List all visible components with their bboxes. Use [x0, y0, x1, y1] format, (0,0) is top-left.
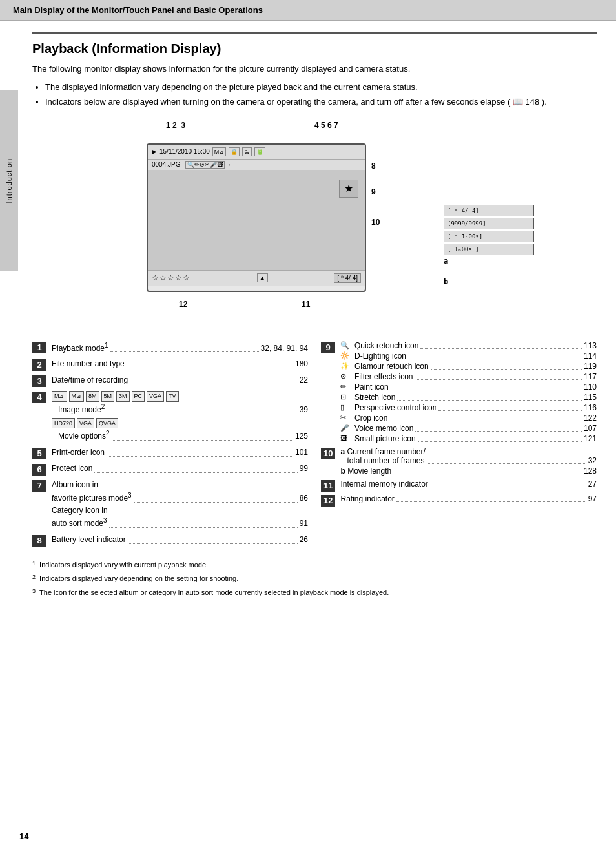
item-10-b-dots [393, 474, 582, 474]
paint-page: 110 [584, 383, 597, 392]
crop-label: Crop icon [354, 414, 387, 423]
item-8-line: Battery level indicator 26 [52, 534, 308, 545]
icon-vga2: VGA [77, 418, 94, 429]
small-pic-page: 121 [584, 434, 597, 443]
diag-label-12: 12 [179, 300, 187, 309]
icon-8m: 8M [86, 391, 99, 402]
item-9-voice-text: Voice memo icon 107 [354, 424, 597, 433]
display-second-row: 0004.JPG 🔍✏⊘✂🎤🖼 ← [148, 160, 365, 170]
file-id: 0004.JPG [152, 161, 180, 168]
item-content-7: Album icon in favorite pictures mode3 86… [52, 479, 308, 530]
item-4-img-line: Image mode2 39 [52, 403, 308, 415]
right-column: 9 🔍 Quick retouch icon 113 🔆 [321, 341, 597, 551]
footnotes: 1 Indicators displayed vary with current… [32, 560, 597, 598]
icon-vga: VGA [147, 391, 164, 402]
item-9-stretch: ⊡ Stretch icon 115 [340, 393, 597, 402]
footnote-1: 1 Indicators displayed vary with current… [32, 560, 597, 571]
item-11-label: Internal memory indicator [340, 479, 427, 488]
display-bottom-row: ☆☆☆☆☆ ▲ [ ᴿ 4/ 4] [148, 270, 365, 286]
left-column: 1 Playback mode1 32, 84, 91, 94 2 File n… [32, 341, 308, 551]
item-1-label: Playback mode1 [52, 341, 108, 354]
arrow-icon: ← [227, 162, 233, 168]
movie-icons: HD720 VGA QVGA [52, 418, 308, 429]
item-5: 5 Print-order icon 101 [32, 447, 308, 459]
dlighting-page: 114 [584, 351, 597, 361]
icon-5m: 5M [101, 391, 115, 402]
quick-retouch-label: Quick retouch icon [354, 341, 418, 350]
item-3: 3 Date/time of recording 22 [32, 375, 308, 387]
item-12-page: 97 [588, 494, 597, 503]
display-body: ★ [148, 170, 365, 270]
dlighting-icon: 🔆 [340, 351, 352, 360]
item-9-dlighting-text: D-Lighting icon 114 [354, 351, 597, 361]
stretch-page: 115 [584, 393, 597, 402]
small-pic-dots [418, 434, 582, 442]
item-9-small-pic-text: Small picture icon 121 [354, 434, 597, 443]
item-4-img-label: Image mode2 [52, 403, 105, 415]
item-11: 11 Internal memory indicator 27 [321, 479, 597, 492]
rating-stars: ☆☆☆☆☆ [152, 273, 190, 282]
bullet2-ref: 148 [526, 97, 540, 107]
item-9-crop-text: Crop icon 122 [354, 414, 597, 423]
filter-label: Filter effects icon [354, 372, 413, 381]
footnote-3-num: 3 [32, 587, 36, 599]
item-9-quick-retouch: 🔍 Quick retouch icon 113 [340, 341, 597, 350]
item-9-glamour-text: Glamour retouch icon 119 [354, 362, 597, 371]
item-8-label: Battery level indicator [52, 534, 126, 545]
item-2-page: 180 [295, 359, 308, 370]
filter-dots [415, 372, 581, 380]
voice-memo-icon: 🎤 [340, 424, 352, 432]
item-3-line: Date/time of recording 22 [52, 375, 308, 386]
icon-pc: PC [132, 391, 145, 402]
item-1-line: Playback mode1 32, 84, 91, 94 [52, 341, 308, 354]
date-time: 15/11/2010 15:30 [159, 148, 210, 155]
item-4-img-page: 39 [300, 404, 308, 415]
footnote-2-text: Indicators displayed vary depending on t… [39, 573, 238, 585]
item-content-6: Protect icon 99 [52, 463, 308, 476]
diagram-container: 1 2 3 4 5 6 7 ▶ 15/11/2010 15:30 M⊿ 🔒 🗂 … [95, 118, 534, 331]
info-line-2: [9999/9999] [444, 218, 534, 229]
voice-label: Voice memo icon [354, 424, 413, 433]
item-9-perspective-text: Perspective control icon 116 [354, 403, 597, 412]
glamour-dots [431, 362, 582, 370]
diagram-area: 1 2 3 4 5 6 7 ▶ 15/11/2010 15:30 M⊿ 🔒 🗂 … [32, 118, 597, 331]
footnote-3-text: The icon for the selected album or categ… [39, 587, 389, 599]
footnote-2: 2 Indicators displayed vary depending on… [32, 573, 597, 585]
crop-icon: ✂ [340, 414, 352, 422]
glamour-retouch-icon: ✨ [340, 362, 352, 370]
item-9-crop: ✂ Crop icon 122 [340, 414, 597, 423]
perspective-icon: ▯ [340, 403, 352, 412]
main-content: Playback (Information Display) The follo… [19, 21, 616, 614]
footnote-1-text: Indicators displayed vary with current p… [39, 560, 208, 571]
bullet-list: The displayed information vary depending… [45, 81, 597, 109]
item-9-voice: 🎤 Voice memo icon 107 [340, 424, 597, 433]
mode-icons: M⊿ [212, 147, 227, 156]
item-4-img-dots [107, 414, 297, 414]
item-4: 4 M⊿ M⊿ 8M 5M 3M PC VGA TV Image mod [32, 391, 308, 443]
protect-icon: 🔒 [229, 147, 240, 156]
item-7-category: Category icon in [52, 505, 308, 516]
info-line-3: [ ᵐ 1ₙ00s] [444, 231, 534, 242]
item-7-auto-label: auto sort mode3 [52, 516, 107, 529]
item-7-fav-line: favorite pictures mode3 86 [52, 491, 308, 504]
item-1: 1 Playback mode1 32, 84, 91, 94 [32, 341, 308, 355]
item-10-b-page: 128 [584, 466, 597, 476]
footnote-3: 3 The icon for the selected album or cat… [32, 587, 597, 599]
item-4-mov-label: Movie options2 [52, 429, 110, 442]
item-2: 2 File number and type 180 [32, 359, 308, 371]
item-num-12: 12 [321, 495, 335, 507]
item-8-page: 26 [300, 534, 308, 545]
voice-page: 107 [584, 424, 597, 433]
footnote-2-num: 2 [32, 573, 36, 585]
item-10-b-label: b Movie length [340, 466, 391, 476]
perspective-dots [438, 403, 582, 411]
item-num-11: 11 [321, 480, 335, 492]
intro-text: The following monitor display shows info… [32, 63, 597, 76]
diag-label-10: 10 [371, 218, 380, 227]
filter-page: 117 [584, 372, 597, 381]
bullet-item-1: The displayed information vary depending… [45, 81, 597, 94]
item-10-a-dots [427, 463, 586, 464]
crop-page: 122 [584, 414, 597, 423]
section-divider [32, 32, 597, 34]
item-12-content: Rating indicator 97 [340, 494, 597, 505]
